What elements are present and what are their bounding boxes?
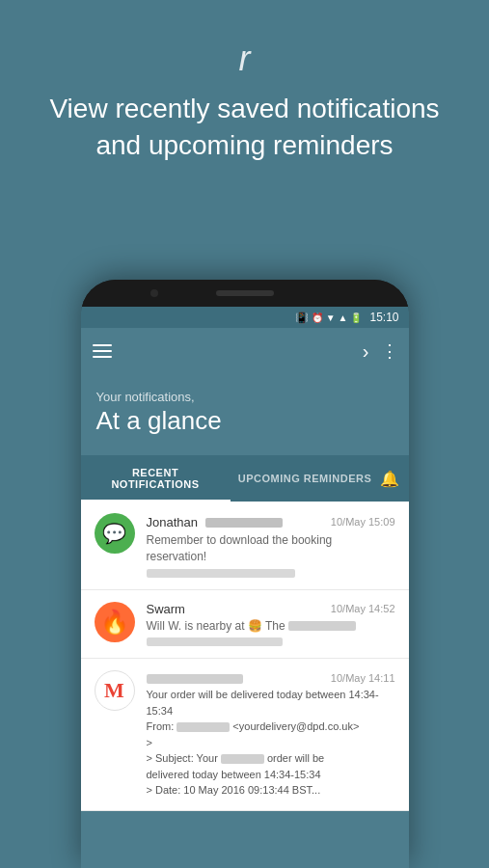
hangouts-avatar: 💬 (95, 513, 135, 554)
bell-icon[interactable]: 🔔 (380, 460, 409, 498)
top-text-area: r View recently saved notifications and … (0, 0, 489, 183)
swarm-avatar: 🔥 (95, 602, 135, 642)
notif-header-gmail: 10/May 14:11 (147, 670, 395, 685)
notification-item-gmail[interactable]: M 10/May 14:11 Your order will be delive… (81, 659, 409, 811)
app-bar: › ⋮ (81, 328, 409, 374)
notifications-list: 💬 Jonathan 10/May 15:09 Remember to down… (81, 502, 409, 811)
hangouts-icon: 💬 (102, 522, 126, 545)
gmail-from-blur (177, 722, 230, 732)
tab-upcoming-reminders[interactable]: UPCOMING REMINDERS (231, 461, 380, 496)
phone-frame: 📳 ⏰ ▼ ▲ 🔋 15:10 › ⋮ (81, 280, 409, 868)
status-icons: 📳 ⏰ ▼ ▲ 🔋 (295, 312, 363, 324)
header-section: Your notifications, At a glance (81, 374, 409, 455)
sender-blur (205, 518, 283, 528)
notif-content-swarm: Swarm 10/May 14:52 Will W. is nearby at … (147, 602, 395, 647)
notification-item[interactable]: 💬 Jonathan 10/May 15:09 Remember to down… (81, 502, 409, 590)
notif-message-swarm: Will W. is nearby at 🍔 The (147, 618, 395, 635)
app-icon-area: r (0, 39, 489, 79)
phone-screen: 📳 ⏰ ▼ ▲ 🔋 15:10 › ⋮ (81, 307, 409, 868)
swarm-icon: 🔥 (100, 609, 129, 636)
signal-icon: ▲ (339, 312, 348, 323)
camera-dot (150, 289, 158, 297)
phone-top-bar (81, 280, 409, 307)
tab-recent-notifications[interactable]: RECENT NOTIFICATIONS (81, 455, 231, 502)
status-time: 15:10 (369, 311, 398, 324)
notif-header-jonathan: Jonathan 10/May 15:09 (147, 513, 395, 530)
notif-content-gmail: 10/May 14:11 Your order will be delivere… (147, 670, 395, 799)
swarm-blur-line (147, 637, 284, 646)
headline-text: View recently saved notifications and up… (0, 91, 489, 164)
chevron-right-button[interactable]: › (363, 340, 369, 363)
app-bar-right: › ⋮ (363, 340, 397, 363)
notif-time-jonathan: 10/May 15:09 (331, 516, 395, 528)
message-blur-line (147, 569, 296, 578)
main-title: At a glance (96, 406, 394, 436)
gmail-icon: M (104, 678, 124, 703)
gmail-sender-blur (147, 674, 243, 684)
wifi-icon: ▼ (326, 312, 336, 323)
notif-time-swarm: 10/May 14:52 (331, 603, 395, 614)
notif-time-gmail: 10/May 14:11 (331, 672, 395, 684)
subtitle-text: Your notifications, (96, 390, 394, 404)
notif-sender-jonathan: Jonathan (147, 513, 284, 530)
hamburger-menu-button[interactable] (93, 344, 112, 358)
notif-sender-swarm: Swarm (147, 602, 185, 616)
page-background: r View recently saved notifications and … (0, 0, 489, 868)
notif-message-gmail: Your order will be delivered today betwe… (147, 687, 395, 799)
tabs-bar: RECENT NOTIFICATIONS UPCOMING REMINDERS … (81, 455, 409, 502)
battery-icon: 🔋 (350, 312, 362, 323)
vibrate-icon: 📳 (295, 312, 309, 324)
notification-item-swarm[interactable]: 🔥 Swarm 10/May 14:52 Will W. is nearby a… (81, 590, 409, 660)
swarm-blur (288, 621, 356, 631)
notif-content-jonathan: Jonathan 10/May 15:09 Remember to downlo… (147, 513, 395, 578)
overflow-menu-button[interactable]: ⋮ (381, 340, 397, 362)
alarm-icon: ⏰ (312, 312, 323, 323)
notif-message-jonathan: Remember to download the booking reserva… (147, 532, 395, 565)
status-bar: 📳 ⏰ ▼ ▲ 🔋 15:10 (81, 307, 409, 328)
notif-header-swarm: Swarm 10/May 14:52 (147, 602, 395, 616)
gmail-avatar: M (95, 670, 135, 711)
app-icon: r (239, 39, 251, 78)
gmail-subject-blur (221, 754, 264, 764)
notif-sender-gmail-blur (147, 670, 243, 685)
speaker (216, 290, 274, 296)
